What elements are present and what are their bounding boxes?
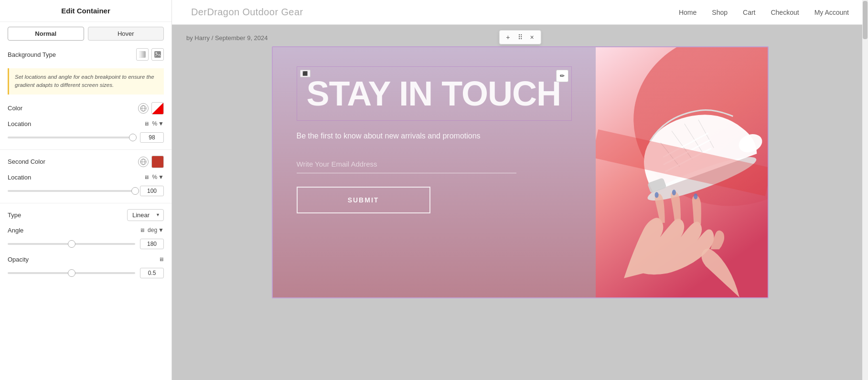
location1-value-input[interactable] — [140, 132, 164, 143]
location2-value-input[interactable] — [140, 186, 164, 196]
nav-cart[interactable]: Cart — [743, 9, 755, 16]
opacity-slider-track[interactable] — [8, 272, 135, 274]
angle-slider-row — [0, 237, 171, 253]
container-inner: ⬛ ✏ STAY IN TOUCH Be the first to know a… — [273, 47, 768, 297]
svg-point-2 — [156, 53, 157, 54]
block-edit-button[interactable]: ✏ — [556, 70, 568, 82]
location2-slider-thumb[interactable] — [131, 187, 139, 195]
color-controls — [138, 102, 164, 115]
color-row: Color — [0, 99, 171, 117]
second-color-controls — [138, 156, 164, 168]
main-heading: STAY IN TOUCH — [297, 67, 571, 120]
type-controls: Linear Radial Conic — [127, 209, 164, 221]
angle-slider-track[interactable] — [8, 243, 135, 245]
nav-checkout[interactable]: Checkout — [771, 9, 799, 16]
image-icon-btn[interactable] — [151, 48, 164, 61]
content-right-image — [596, 47, 768, 297]
location1-label: Location — [8, 120, 140, 127]
color-global-icon[interactable] — [138, 103, 149, 114]
location1-monitor-icon: 🖥 — [144, 121, 149, 127]
angle-row: Angle 🖥 deg ▼ — [0, 224, 171, 237]
type-row: Type Linear Radial Conic — [0, 206, 171, 224]
container-toolbar: + ⠿ × — [499, 30, 541, 44]
divider-1 — [0, 149, 171, 150]
tab-hover[interactable]: Hover — [88, 27, 164, 41]
submit-button[interactable]: SUBMIT — [297, 187, 430, 213]
divider-2 — [0, 203, 171, 203]
angle-label: Angle — [8, 227, 136, 234]
panel-title: Edit Container — [0, 0, 171, 22]
second-color-swatch[interactable] — [151, 156, 164, 168]
email-input[interactable] — [297, 155, 516, 173]
location1-percent: % ▼ — [152, 120, 164, 127]
content-left: ⬛ ✏ STAY IN TOUCH Be the first to know a… — [273, 47, 596, 297]
opacity-slider-row — [0, 266, 171, 282]
close-button[interactable]: × — [528, 32, 536, 42]
nav-links: Home Shop Cart Checkout My Account — [679, 9, 849, 16]
background-type-controls — [136, 48, 164, 61]
angle-value-input[interactable] — [140, 239, 164, 249]
tab-row: Normal Hover — [0, 22, 171, 45]
location1-slider-track[interactable] — [8, 137, 135, 138]
right-content: DerDragon Outdoor Gear Home Shop Cart Ch… — [172, 0, 868, 380]
type-select-wrapper: Linear Radial Conic — [127, 209, 164, 221]
location2-percent: % ▼ — [152, 174, 164, 180]
location2-slider-track[interactable] — [8, 190, 135, 192]
site-nav: DerDragon Outdoor Gear Home Shop Cart Ch… — [172, 0, 868, 25]
location2-controls: 🖥 % ▼ — [144, 174, 164, 180]
color-label: Color — [8, 105, 134, 112]
location1-slider-thumb[interactable] — [129, 134, 137, 141]
second-color-label: Second Color — [8, 158, 134, 165]
gradient-icon — [139, 51, 146, 58]
location2-slider-row — [0, 184, 171, 200]
second-color-global-icon[interactable] — [138, 157, 149, 167]
image-icon — [154, 51, 161, 58]
heading-block[interactable]: ⬛ ✏ STAY IN TOUCH — [297, 66, 572, 121]
block-resize-handle[interactable]: ⬛ — [300, 70, 311, 77]
nav-shop[interactable]: Shop — [712, 9, 728, 16]
drag-button[interactable]: ⠿ — [516, 32, 525, 42]
selected-container[interactable]: + ⠿ × ⬛ ✏ STAY IN TOUCH Be the first to … — [272, 46, 769, 298]
right-scrollbar-thumb[interactable] — [863, 25, 868, 39]
opacity-row: Opacity 🖥 — [0, 253, 171, 266]
notice-box: Set locations and angle for each breakpo… — [8, 68, 164, 95]
color-swatch-first[interactable] — [151, 102, 164, 115]
angle-deg: deg ▼ — [148, 227, 164, 233]
type-select[interactable]: Linear Radial Conic — [127, 209, 164, 221]
background-type-row: Background Type — [0, 45, 171, 63]
subtitle-text: Be the first to know about new arrivals … — [297, 130, 516, 142]
location2-row: Location 🖥 % ▼ — [0, 171, 171, 184]
tab-normal[interactable]: Normal — [8, 27, 84, 41]
opacity-slider-thumb[interactable] — [68, 269, 75, 277]
opacity-value-input[interactable] — [140, 268, 164, 278]
opacity-label: Opacity — [8, 256, 155, 263]
gradient-icon-btn[interactable] — [136, 48, 149, 61]
location1-row: Location 🖥 % ▼ — [0, 117, 171, 130]
opacity-monitor-icon: 🖥 — [159, 256, 164, 262]
angle-monitor-icon: 🖥 — [139, 227, 145, 233]
nav-home[interactable]: Home — [679, 9, 697, 16]
angle-controls: 🖥 deg ▼ — [139, 227, 164, 233]
right-scrollbar[interactable] — [862, 25, 868, 380]
svg-point-23 — [694, 193, 697, 199]
location2-monitor-icon: 🖥 — [144, 174, 149, 180]
opacity-controls: 🖥 — [159, 256, 164, 262]
add-button[interactable]: + — [504, 32, 512, 42]
notice-text: Set locations and angle for each breakpo… — [15, 74, 154, 88]
background-type-label: Background Type — [8, 51, 132, 58]
svg-point-22 — [672, 190, 675, 195]
location1-controls: 🖥 % ▼ — [144, 120, 164, 127]
type-label: Type — [8, 211, 123, 219]
second-color-row: Second Color — [0, 153, 171, 171]
location2-label: Location — [8, 174, 140, 181]
nav-account[interactable]: My Account — [814, 9, 849, 16]
shoe-image — [596, 47, 768, 297]
site-logo: DerDragon Outdoor Gear — [191, 7, 303, 18]
location1-slider-row — [0, 130, 171, 147]
svg-rect-0 — [139, 51, 146, 58]
svg-point-21 — [654, 192, 658, 198]
canvas-area: by Harry / September 9, 2024 + ⠿ × ⬛ ✏ S… — [172, 25, 868, 380]
angle-slider-thumb[interactable] — [68, 240, 75, 248]
edit-panel: Edit Container Normal Hover Background T… — [0, 0, 172, 380]
decorative-image-svg — [596, 47, 768, 297]
